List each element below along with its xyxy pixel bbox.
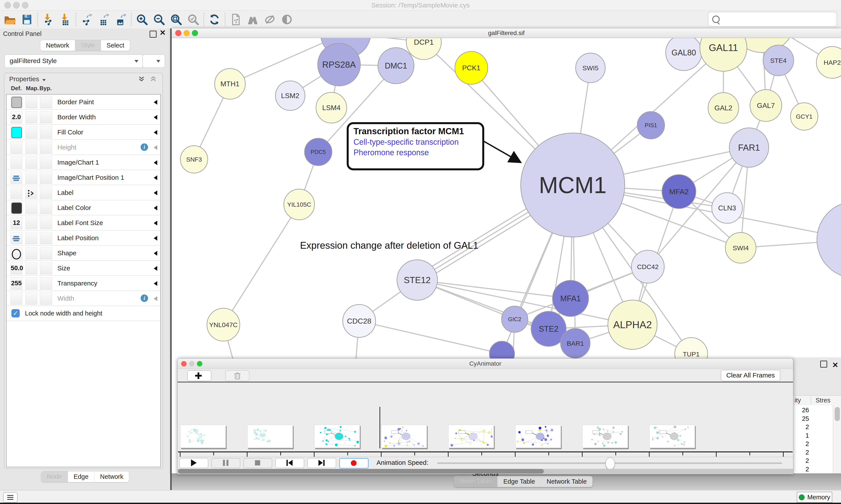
default-cell[interactable] (11, 202, 22, 214)
mapping-cell[interactable] (25, 247, 37, 259)
mapping-cell[interactable] (25, 141, 37, 154)
table-cell[interactable]: 2 (793, 457, 809, 464)
expand-row-icon[interactable] (154, 175, 157, 180)
expand-row-icon[interactable] (154, 130, 157, 135)
close-panel-icon[interactable]: ✕ (832, 361, 839, 369)
expand-row-icon[interactable] (154, 205, 157, 211)
frame-thumbnail-2[interactable] (314, 425, 360, 448)
expand-row-icon[interactable] (154, 100, 157, 105)
default-value[interactable]: 12 (11, 217, 22, 229)
annotation-box[interactable]: Transcription factor MCM1 Cell-type-spec… (347, 122, 484, 170)
frame-thumbnail-1[interactable] (247, 425, 293, 448)
toolbar-export-table-button[interactable] (95, 12, 112, 27)
bypass-cell[interactable] (40, 202, 52, 214)
bypass-cell[interactable] (40, 262, 52, 274)
default-cell[interactable] (11, 232, 22, 244)
expand-all-icon[interactable] (138, 76, 148, 84)
default-cell[interactable]: 12 (11, 217, 22, 229)
default-cell[interactable] (11, 172, 22, 184)
expand-row-icon[interactable] (154, 191, 157, 195)
cyanimator-titlebar[interactable]: CyAnimator (178, 359, 793, 369)
table-cell[interactable]: 26 (793, 407, 809, 414)
tab-network-table[interactable]: Network Table (541, 476, 592, 487)
zoom-window-icon[interactable] (192, 30, 198, 36)
lock-node-size-row[interactable]: ✓ Lock node width and height (6, 306, 160, 321)
expand-row-icon[interactable] (154, 266, 157, 271)
cyanimator-timeline[interactable]: 0123456789 Seconds (178, 382, 793, 457)
toolbar-export-image-button[interactable] (112, 12, 129, 27)
expand-row-icon[interactable] (154, 221, 157, 226)
tab-select[interactable]: Select (101, 40, 130, 51)
close-window-icon[interactable] (4, 2, 11, 8)
toolbar-document-share-button[interactable] (227, 12, 244, 27)
color-swatch[interactable] (12, 202, 22, 214)
table-cell[interactable]: 1 (793, 432, 809, 439)
default-cell[interactable] (11, 156, 22, 169)
property-row-image-chart-1[interactable]: Image/Chart 1 (6, 155, 160, 170)
style-selector[interactable]: galFiltered Style (4, 54, 143, 68)
toolbar-import-network-button[interactable] (40, 12, 57, 27)
node-slt2[interactable] (817, 201, 841, 278)
frame-thumbnail-3[interactable] (381, 425, 427, 448)
timeline-playhead[interactable] (379, 407, 380, 448)
stop-button[interactable] (243, 458, 272, 468)
toolbar-open-folder-button[interactable] (1, 12, 18, 27)
tab-network[interactable]: Network (94, 471, 129, 482)
network-window-titlebar[interactable]: galFiltered.sif (172, 29, 841, 38)
mapping-cell[interactable] (25, 96, 37, 108)
collapse-all-icon[interactable] (150, 76, 159, 84)
bypass-cell[interactable] (40, 247, 52, 259)
animation-speed-slider[interactable] (437, 463, 782, 464)
record-button[interactable] (339, 458, 369, 469)
toolbar-eye-slash-button[interactable] (261, 12, 279, 27)
tab-edge-table[interactable]: Edge Table (498, 476, 541, 487)
slider-handle[interactable] (605, 457, 615, 470)
float-panel-icon[interactable] (820, 361, 827, 367)
frame-thumbnail-5[interactable] (515, 425, 561, 448)
search-input[interactable] (723, 16, 837, 23)
expand-row-icon[interactable] (154, 296, 157, 301)
table-cell[interactable]: 25 (793, 415, 809, 422)
clear-all-frames-button[interactable]: Clear All Frames (721, 370, 780, 381)
default-value[interactable]: 255 (11, 277, 22, 289)
mapping-cell[interactable] (25, 202, 37, 214)
minimize-window-icon[interactable] (13, 2, 20, 8)
default-value[interactable]: 2.0 (11, 111, 22, 123)
property-row-size[interactable]: 50.0Size (6, 261, 160, 276)
frame-thumbnail-6[interactable] (583, 425, 628, 448)
expand-row-icon[interactable] (154, 115, 157, 120)
expand-row-icon[interactable] (154, 145, 157, 150)
minimize-window-icon[interactable] (183, 30, 190, 36)
default-cell[interactable]: 2.0 (11, 111, 22, 124)
frame-thumbnail-7[interactable] (649, 425, 695, 448)
property-row-fill-color[interactable]: Fill Color (6, 125, 160, 140)
table-cell[interactable]: 2 (793, 440, 809, 448)
property-row-border-paint[interactable]: Border Paint (6, 94, 160, 110)
table-rows[interactable]: 26252122222 (793, 405, 833, 484)
mapping-cell[interactable] (25, 277, 37, 290)
bypass-cell[interactable] (40, 277, 52, 290)
search-box[interactable] (708, 12, 837, 27)
toolbar-import-table-button[interactable] (57, 12, 74, 27)
property-row-label-position[interactable]: Label Position (6, 231, 160, 246)
toolbar-zoom-selected-button[interactable] (185, 12, 202, 27)
info-icon[interactable]: i (141, 143, 148, 151)
annotation-link[interactable]: Cell-type-specific transcription (354, 138, 482, 147)
property-row-label-color[interactable]: Label Color (6, 200, 160, 215)
property-row-height[interactable]: Heighti (6, 140, 160, 155)
play-button[interactable] (179, 458, 208, 468)
table-scrollbar[interactable] (833, 405, 841, 484)
mapping-cell[interactable] (25, 217, 37, 229)
close-panel-icon[interactable]: ✕ (160, 30, 166, 36)
property-row-label-font-size[interactable]: 12Label Font Size (6, 215, 160, 231)
mapping-cell[interactable] (25, 186, 37, 199)
property-row-transparency[interactable]: 255Transparency (6, 276, 160, 291)
properties-header[interactable]: Properties (4, 73, 162, 85)
property-row-width[interactable]: Widthi (6, 291, 160, 306)
scrollbar-thumb[interactable] (178, 469, 544, 473)
frame-thumbnail-0[interactable] (180, 425, 226, 448)
float-panel-icon[interactable] (149, 31, 157, 38)
column-header[interactable]: ity (794, 397, 801, 404)
expand-row-icon[interactable] (154, 160, 157, 165)
property-row-shape[interactable]: Shape (6, 246, 160, 261)
